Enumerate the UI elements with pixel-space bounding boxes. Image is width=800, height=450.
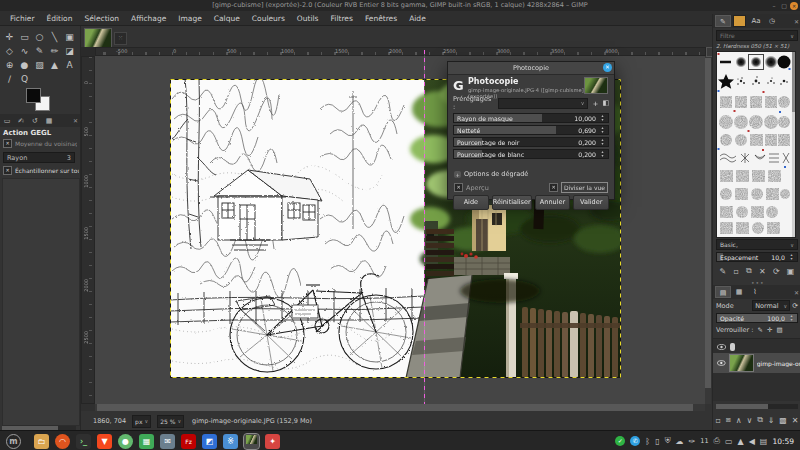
menu-outils[interactable]: Outils — [291, 14, 325, 23]
bluetooth-icon[interactable]: ᛒ — [645, 437, 650, 446]
text-tool-icon[interactable]: A — [62, 58, 77, 72]
mask-radius-slider[interactable]: Rayon de masque 10,000 ▴▾ — [453, 113, 609, 123]
gradient-tool-icon[interactable]: ▨ — [32, 58, 47, 72]
brave-icon[interactable]: ▼ — [97, 434, 112, 449]
checkbox-icon[interactable]: ✕ — [3, 166, 12, 175]
split-view-checkbox[interactable]: ✕ — [549, 183, 558, 192]
volume-icon[interactable]: ◀ — [749, 437, 755, 446]
wilber-menu-icon[interactable]: ⁙ — [114, 32, 127, 45]
gimp-taskbar-icon[interactable] — [244, 434, 259, 449]
refresh-brushes-icon[interactable]: ⟳ — [773, 267, 780, 276]
preview-checkbox[interactable]: ✕ — [454, 183, 463, 192]
spinner-arrows[interactable]: ▴▾ — [598, 126, 607, 134]
menu-selection[interactable]: Sélection — [78, 14, 125, 23]
brush-filter-combo[interactable]: Filtre ∨ — [716, 30, 798, 41]
file-manager-icon[interactable]: 🗀 — [34, 434, 49, 449]
color-swatches[interactable] — [26, 88, 56, 114]
undo-history-tab-icon[interactable]: ↺ — [28, 117, 42, 125]
device-status-tab-icon[interactable]: ✍ — [14, 117, 28, 125]
layer-list[interactable]: gimp-image-or — [713, 338, 800, 401]
wifi-icon[interactable]: ▲ — [738, 437, 744, 446]
start-menu-button[interactable]: m — [6, 434, 21, 449]
layer-mask-icon[interactable]: ▩ — [779, 416, 787, 425]
red-app-icon[interactable]: ✦ — [265, 434, 280, 449]
terminal-icon[interactable]: ›_ — [76, 434, 91, 449]
kdeconnect-icon[interactable]: ✆ — [630, 436, 640, 446]
spinner-arrows[interactable]: ▴▾ — [598, 150, 607, 158]
green-app-icon[interactable]: ● — [118, 434, 133, 449]
delete-layer-icon[interactable]: ✕ — [792, 416, 799, 425]
dock-close-icon[interactable]: ✕ — [73, 117, 78, 124]
menu-affichage[interactable]: Affichage — [125, 14, 172, 23]
lower-layer-icon[interactable]: ∨ — [746, 416, 752, 425]
menu-couleurs[interactable]: Couleurs — [246, 14, 291, 23]
split-view-guide[interactable] — [424, 50, 425, 404]
images-tab-icon[interactable]: ▦ — [42, 117, 56, 125]
reset-button[interactable]: Réinitialiser — [492, 195, 532, 210]
canvas-vscrollbar[interactable] — [705, 56, 711, 404]
new-brush-icon[interactable]: ▫ — [733, 267, 738, 276]
zoom-tool-icon[interactable]: Q — [17, 72, 32, 86]
battery-icon[interactable]: ▭ — [725, 437, 733, 446]
smudge-tool-icon[interactable]: ● — [17, 58, 32, 72]
brush-grid[interactable] — [716, 51, 796, 238]
menu-edition[interactable]: Édition — [41, 14, 79, 23]
clone-tool-icon[interactable]: ⊕ — [2, 58, 17, 72]
raise-layer-icon[interactable]: ∧ — [736, 416, 742, 425]
unit-combo[interactable]: px ∨ — [132, 415, 151, 428]
window-titlebar[interactable]: [gimp-cubisme] (exportée)-2.0 (Couleur R… — [0, 0, 800, 11]
opacity-slider[interactable]: Opacité 100,0 ▴▾ — [716, 313, 798, 323]
edit-brush-icon[interactable]: ✎ — [720, 267, 727, 276]
dock-close-icon[interactable]: ✕ — [794, 289, 799, 296]
help-button[interactable]: Aide — [453, 195, 489, 210]
canvas-hscrollbar[interactable] — [95, 404, 705, 411]
move-tool-icon[interactable]: ✛ — [2, 30, 17, 44]
dialog-titlebar[interactable]: Photocopie ✕ — [448, 62, 614, 75]
dialog-close-icon[interactable]: ✕ — [603, 63, 612, 72]
lock-pixels-icon[interactable]: ✎ — [757, 326, 762, 334]
vertical-ruler[interactable]: 0 500 1000 1500 2000 2500 — [81, 56, 95, 404]
layers-scrollbar[interactable] — [716, 404, 798, 409]
delete-brush-icon[interactable]: ✕ — [759, 267, 766, 276]
menu-filtres[interactable]: Filtres — [325, 14, 359, 23]
filezilla-icon[interactable]: Fz — [181, 434, 196, 449]
black-percent-slider[interactable]: Pourcentage de noir 0,200 ▴▾ — [453, 137, 609, 147]
free-select-tool-icon[interactable]: ○ — [32, 30, 47, 44]
new-layer-icon[interactable]: ▫ — [715, 416, 720, 425]
radius-combo[interactable]: Rayon 3 — [3, 152, 75, 163]
clipboard-icon[interactable]: ▤ — [760, 437, 768, 446]
dock-close-icon[interactable]: ✕ — [794, 18, 799, 25]
preset-menu-icon[interactable]: ◧ — [602, 99, 609, 107]
tool-options-tab-icon[interactable]: ▭ — [0, 117, 14, 125]
close-icon[interactable]: ✕ — [790, 2, 798, 10]
menu-aide[interactable]: Aide — [403, 14, 432, 23]
rect-select-tool-icon[interactable]: ▭ — [17, 30, 32, 44]
layer-filter-row[interactable] — [713, 341, 800, 352]
new-group-icon[interactable]: ⧈ — [726, 415, 731, 425]
blending-options-expander[interactable]: ＋ Options de dégradé — [454, 170, 528, 178]
fonts-tab-icon[interactable]: Aa — [748, 15, 764, 27]
printer-icon[interactable]: ⎙ — [714, 436, 720, 446]
mode-switch-icon[interactable]: ⟳ — [792, 302, 798, 310]
pencil-tool-icon[interactable]: ✏ — [47, 44, 62, 58]
ink-tool-icon[interactable]: ∕ — [2, 72, 17, 86]
lock-position-icon[interactable]: ✛ — [767, 326, 772, 334]
eye-icon[interactable] — [717, 344, 726, 350]
foreground-color-swatch[interactable] — [26, 88, 41, 103]
eye-icon[interactable] — [717, 360, 726, 366]
sample-merged-checkbox-row[interactable]: ✕ Échantillonner sur tous les calq — [3, 166, 79, 175]
updates-ok-icon[interactable]: ✓ — [615, 436, 625, 446]
spinner-arrows[interactable]: ▴▾ — [787, 314, 796, 322]
paths-tab-icon[interactable]: ⌇ — [747, 286, 763, 298]
paw-app-icon[interactable]: ※ — [223, 434, 238, 449]
zoom-combo[interactable]: 25 % ∨ — [157, 415, 184, 428]
sharpness-slider[interactable]: Netteté 0,690 ▴▾ — [453, 125, 609, 135]
layers-tab-icon[interactable]: ▤ — [715, 286, 731, 298]
menu-image[interactable]: Image — [172, 14, 208, 23]
maximize-icon[interactable]: ▢ — [780, 2, 788, 10]
paint-app-icon[interactable]: ◩ — [202, 434, 217, 449]
horizontal-ruler[interactable]: -500 0 500 1000 1500 2000 2500 3000 3500… — [95, 47, 706, 56]
document-history-tab-icon[interactable]: ◷ — [764, 15, 780, 27]
warp-tool-icon[interactable]: ∿ — [17, 44, 32, 58]
white-percent-slider[interactable]: Pourcentage de blanc 0,200 ▴▾ — [453, 149, 609, 159]
